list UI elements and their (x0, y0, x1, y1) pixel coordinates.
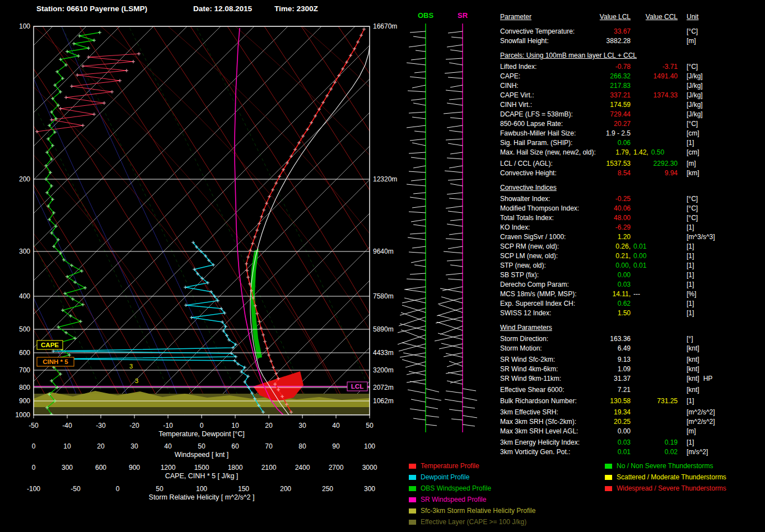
param-unit: [knt] (678, 385, 763, 395)
header-value-lcl: Value LCL (610, 12, 631, 22)
param-value-lcl: 217.83 (610, 81, 631, 91)
svg-text:1800: 1800 (228, 464, 243, 472)
svg-text:0: 0 (116, 485, 120, 493)
header-parameter: Parameter (500, 12, 610, 22)
svg-text:Storm Relative Helicity [ m^2/: Storm Relative Helicity [ m^2/s^2 ] (149, 493, 255, 501)
param-label: CINH Virt.: (500, 100, 610, 110)
param-value-lcl: 1.09 (610, 365, 631, 374)
param-label: CAPE Virt.: (500, 91, 610, 100)
svg-text:3: 3 (135, 377, 138, 384)
legend-item: Dewpoint Profile (409, 472, 535, 483)
param-value-ccl: 0.00 (631, 251, 678, 261)
param-label: Exp. Supercell Index CH: (500, 299, 610, 309)
param-label: DCAPE (LFS = 538mB): (500, 110, 610, 119)
param-value-ccl (631, 427, 678, 436)
svg-text:50: 50 (156, 485, 164, 493)
svg-text:-50: -50 (71, 485, 81, 493)
svg-text:10: 10 (231, 422, 239, 430)
param-label: MCS 18m/s (MMP, MSP): (500, 290, 610, 299)
param-row: 3km Energy Helicity Index:0.030.19[1] (500, 438, 763, 447)
svg-text:-40: -40 (62, 422, 72, 430)
param-value-ccl (631, 194, 678, 204)
param-row: SR Wind 9km-11km:31.37[knt]HP (500, 374, 763, 384)
param-unit: [1] (678, 309, 763, 318)
legend-label: OBS Windspeed Profile (421, 484, 491, 492)
svg-text:CINH * 5: CINH * 5 (43, 358, 68, 365)
param-label: Convective Height: (500, 169, 610, 178)
param-value-lcl: 0.06 (610, 138, 631, 148)
param-value-ccl (631, 36, 678, 46)
param-value-lcl: 31.37 (610, 374, 631, 384)
param-row: Convective Temperature:33.67[°C] (500, 27, 763, 36)
param-label: SR Wind Sfc-2km: (500, 355, 610, 365)
svg-text:250: 250 (322, 485, 333, 493)
param-value-ccl: 1491.40 (631, 72, 678, 81)
param-unit: [cm] (678, 148, 763, 157)
param-label: Fawbush-Miller Hail Size: (500, 129, 610, 138)
svg-text:900: 900 (19, 397, 30, 405)
param-value-lcl: 0.21, (610, 251, 631, 261)
svg-text:2700: 2700 (329, 464, 344, 472)
legend-swatch (605, 486, 612, 491)
header-unit: Unit (678, 12, 763, 22)
param-row: LCL / CCL (AGL):1537.532292.30[m] (500, 159, 763, 169)
svg-text:-100: -100 (27, 485, 40, 493)
param-label: Lifted Index: (500, 62, 610, 72)
svg-text:2100: 2100 (262, 464, 277, 472)
param-value-ccl (631, 344, 678, 353)
legend-label: Effective Layer (CAPE >= 100 J/kg) (421, 518, 526, 526)
param-value-ccl (631, 129, 678, 138)
legend-swatch (605, 464, 612, 469)
svg-text:300: 300 (62, 464, 73, 472)
param-label: Modified Thompson Index: (500, 204, 610, 213)
param-value-ccl (631, 355, 678, 365)
legend-item: Effective Layer (CAPE >= 100 J/kg) (409, 516, 535, 528)
srh-axis: -100-50050100150200250300Storm Relative … (27, 485, 375, 501)
legend-swatch (605, 475, 612, 480)
param-value-ccl (631, 138, 678, 148)
param-unit: [°C] (678, 194, 763, 204)
svg-text:9640m: 9640m (373, 248, 394, 255)
wind-barbs (435, 31, 477, 426)
legend-item: Sfc-3km Storm Relative Helicity Profile (409, 505, 535, 516)
param-value-ccl: 0.01 (631, 261, 678, 270)
param-value-ccl (631, 110, 678, 119)
param-row: Max. Hail Size (new, new2, old):1.79,1.4… (500, 148, 763, 157)
param-unit: [J/kg] (678, 91, 763, 100)
param-row: Derecho Comp Param:0.03[1] (500, 280, 763, 290)
parameter-table: ParameterValue LCLValue CCLUnitConvectiv… (500, 12, 763, 457)
param-unit: [m^3/s^3] (678, 232, 763, 242)
param-row: SB STP (fix):0.00[1] (500, 270, 763, 280)
param-label: STP (new, old): (500, 261, 610, 270)
svg-text:10: 10 (63, 442, 71, 450)
legend-label: SR Windspeed Profile (421, 496, 486, 503)
param-row: Max 3km SRH Level AGL:0.00[m] (500, 427, 763, 436)
section-header: Parcels: Using 100mB mean layer LCL + CC… (500, 51, 763, 60)
sfc3km-srh-fill (34, 391, 370, 407)
param-value-lcl: 48.00 (610, 213, 631, 223)
height-axis-labels: 16670m12320m9640m7580m5890m4433m3200m207… (373, 22, 397, 405)
param-row: DCAPE (LFS = 538mB):729.44[J/kg] (500, 110, 763, 119)
svg-text:300: 300 (19, 248, 30, 255)
param-value-lcl: 0.26, (610, 242, 631, 251)
svg-text:4433m: 4433m (373, 349, 394, 357)
svg-text:CAPE: CAPE (41, 342, 59, 348)
param-value-lcl: 1.9 - 2.5 (610, 129, 631, 138)
profile-legend: Temperature ProfileDewpoint ProfileOBS W… (409, 460, 535, 528)
param-row: Showalter Index:-0.25[°C] (500, 194, 763, 204)
legend-item: OBS Windspeed Profile (409, 483, 535, 494)
svg-text:30: 30 (130, 442, 138, 450)
param-unit: [m] (678, 36, 763, 46)
param-unit: [m] (678, 159, 763, 169)
svg-text:3200m: 3200m (373, 366, 394, 374)
param-value-lcl: 0.00 (610, 270, 631, 280)
param-label: Total Totals Index: (500, 213, 610, 223)
param-unit: [m] (678, 427, 763, 436)
sr-column-label: SR (458, 11, 468, 20)
param-value-lcl: 0.00, (610, 261, 631, 270)
param-label: SWISS 12 Index: (500, 309, 610, 318)
svg-text:Windspeed [ knt ]: Windspeed [ knt ] (175, 451, 229, 459)
param-row: 3km Vorticity Gen. Pot.:0.010.02[m/s^2] (500, 447, 763, 457)
svg-text:1500: 1500 (194, 464, 209, 472)
svg-text:50: 50 (198, 442, 206, 450)
